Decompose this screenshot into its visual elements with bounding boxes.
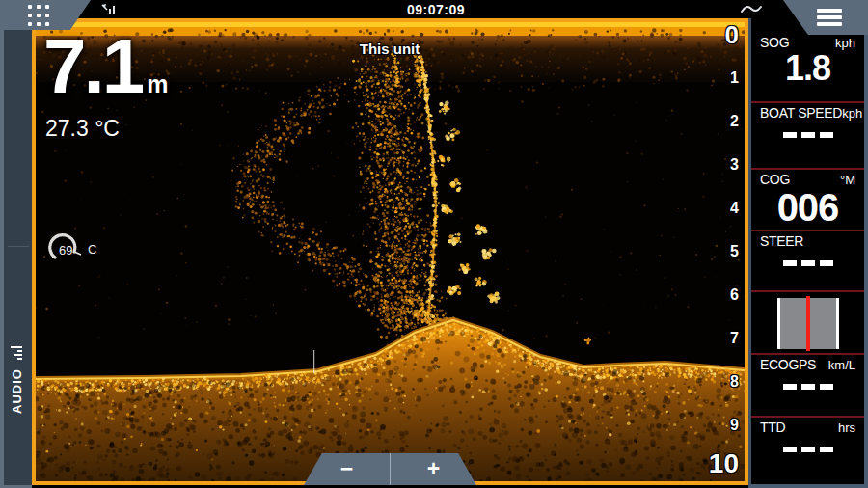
audio-sidebar[interactable]: AUDIO (0, 18, 32, 488)
instrument-row-boat-speed[interactable]: BOAT SPEEDkph (751, 103, 864, 170)
instrument-row-ttd[interactable]: TTDhrs (751, 418, 864, 481)
audio-levels-icon (11, 346, 22, 360)
audio-control[interactable]: AUDIO (7, 338, 26, 422)
audio-label: AUDIO (10, 368, 24, 414)
wave-icon (740, 2, 763, 15)
instrument-unit: °M (840, 173, 855, 187)
instrument-rows: SOGkph1.8BOAT SPEEDkphCOG°M006STEERECOGP… (751, 33, 864, 481)
instrument-label: ECOGPS (760, 357, 816, 372)
source-label: This unit (360, 41, 420, 57)
instrument-row-cog[interactable]: COG°M006 (751, 170, 864, 231)
instrument-value: 006 (760, 187, 855, 228)
depth-tick-5: 5 (730, 243, 739, 260)
transducer-signal-icon (100, 2, 118, 15)
zoom-control[interactable]: − + (304, 453, 476, 485)
instrument-unit: kph (835, 36, 855, 50)
instrument-label: BOAT SPEED (760, 105, 842, 121)
clock: 09:07:09 (407, 2, 465, 17)
instrument-row-steer[interactable]: STEER (751, 231, 864, 292)
instrument-value-dashes (760, 132, 855, 138)
depth-tick-8: 8 (730, 373, 739, 391)
instrument-unit: kph (842, 106, 862, 121)
instrument-value-dashes (760, 384, 855, 390)
rudder-gauge (777, 298, 839, 349)
gauge-badge-value: 69 (59, 243, 72, 258)
instrument-row-steer-gauge[interactable] (751, 292, 864, 355)
depth-tick-4: 4 (730, 200, 739, 217)
instrument-row-ecogps[interactable]: ECOGPSkm/L (751, 355, 864, 418)
depth-tick-2: 2 (730, 113, 739, 130)
depth-tick-0: 0 (725, 20, 739, 50)
instrument-label: TTD (760, 420, 785, 435)
water-temp-readout: 27.3 °C (45, 116, 120, 142)
instrument-unit: hrs (838, 420, 855, 435)
depth-tick-7: 7 (730, 330, 739, 347)
instrument-label: COG (760, 172, 790, 187)
menu-icon[interactable] (817, 9, 842, 29)
temp-gauge-badge: 69 C (45, 232, 134, 265)
depth-unit: m (147, 70, 168, 97)
instrument-row-sog[interactable]: SOGkph1.8 (751, 33, 864, 103)
depth-value: 7.1 (43, 23, 142, 109)
depth-tick-3: 3 (730, 156, 739, 174)
instrument-value-dashes (760, 447, 855, 452)
depth-readout: 7.1m (43, 28, 168, 105)
depth-tick-9: 9 (730, 417, 739, 434)
instrument-panel: SOGkph1.8BOAT SPEEDkphCOG°M006STEERECOGP… (748, 0, 868, 488)
sonar-panel[interactable]: 7.1m 27.3 °C 69 C This unit 012345678910… (32, 18, 748, 485)
top-bar: 09:07:09 (0, 0, 868, 18)
instrument-value: 1.8 (760, 50, 855, 87)
apps-grid-icon[interactable] (28, 5, 49, 26)
instrument-value-dashes (760, 260, 855, 266)
gauge-badge-unit: C (88, 242, 96, 257)
instrument-label: STEER (760, 233, 803, 249)
depth-tick-6: 6 (730, 286, 739, 304)
depth-tick-10: 10 (709, 448, 739, 479)
depth-scale: 012345678910 (702, 22, 741, 481)
instrument-unit: km/L (828, 358, 855, 372)
depth-tick-1: 1 (730, 69, 739, 87)
sidebar-divider (8, 246, 29, 247)
